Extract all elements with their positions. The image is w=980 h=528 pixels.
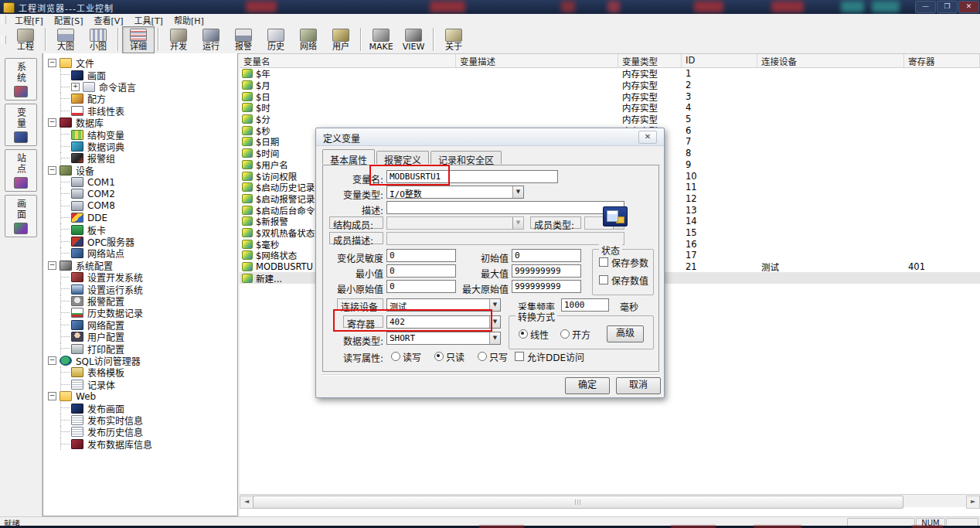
min-raw-input[interactable] (386, 280, 456, 293)
save-param-checkbox[interactable] (599, 257, 608, 267)
column-header[interactable]: 连接设备 (757, 54, 904, 67)
expander-minus-icon[interactable]: − (48, 261, 56, 270)
read-only-radio[interactable] (434, 352, 444, 361)
close-button[interactable]: ✕ (958, 1, 979, 13)
column-header[interactable]: 变量描述 (456, 54, 618, 67)
table-row[interactable]: $日内存实型3 (240, 90, 980, 102)
struct-member-select[interactable]: ▼ (386, 216, 524, 230)
tree-item-sql-manager[interactable]: −SQL访问管理器 (43, 355, 237, 366)
toolbar-button-alarm[interactable]: 报警 (227, 26, 260, 53)
side-tab-variables[interactable]: 变量 (5, 104, 37, 146)
tree-item-board-card[interactable]: 板卡 (43, 223, 237, 235)
tree-item-nonlinear-table[interactable]: 非线性表 (43, 105, 237, 117)
chevron-down-icon[interactable]: ▼ (489, 299, 500, 311)
tree-item-run-system-config[interactable]: 设置运行系统 (43, 283, 237, 295)
tree-item-opc-server[interactable]: OPC服务器 (43, 236, 237, 247)
maximize-button[interactable]: ❐ (937, 1, 958, 13)
tree-item-file[interactable]: −文件 (43, 57, 237, 69)
column-header[interactable]: ID (682, 54, 757, 67)
max-raw-input[interactable] (512, 280, 581, 293)
chevron-down-icon[interactable]: ▼ (489, 316, 500, 328)
table-row[interactable]: $时内存实型4 (240, 102, 980, 114)
register-select[interactable]: 402▼ (386, 315, 501, 329)
tree-item-recipe[interactable]: 配方 (43, 93, 237, 104)
toolbar-button-about[interactable]: 关于 (437, 26, 470, 53)
sqrt-radio[interactable] (560, 329, 570, 339)
tree-item-command-language[interactable]: +命令语言 (43, 81, 237, 93)
tree-item-publish-database[interactable]: 发布数据库信息 (43, 438, 237, 450)
tree-item-device[interactable]: −设备 (43, 165, 237, 176)
tree-item-com8[interactable]: COM8 (43, 200, 237, 212)
tree-item-struct-variable[interactable]: 结构变量 (43, 128, 237, 140)
dde-access-checkbox[interactable] (515, 352, 524, 361)
tree-item-com1[interactable]: COM1 (43, 176, 237, 188)
tree-item-web[interactable]: −Web (43, 390, 237, 402)
tree-item-net-station[interactable]: 网络站点 (43, 247, 237, 259)
advanced-button[interactable]: 高级 (607, 325, 644, 342)
toolbar-button-details[interactable]: 详细 (122, 26, 155, 53)
menu-tools[interactable]: 工具[T] (129, 14, 168, 26)
max-input[interactable] (512, 264, 581, 278)
toolbar-button-view[interactable]: VIEW (397, 26, 430, 53)
dialog-title-bar[interactable]: 定义变量 ✕ (316, 128, 664, 146)
horizontal-scrollbar[interactable]: ◄ ► (240, 494, 980, 507)
table-row[interactable]: $年内存实型1 (240, 68, 980, 80)
toolbar-button-develop[interactable]: 开发 (162, 26, 195, 53)
side-tab-system[interactable]: 系统 (5, 58, 37, 100)
tree-item-screens[interactable]: 画面 (43, 69, 237, 80)
freq-input[interactable] (561, 298, 609, 312)
table-row[interactable]: $分内存实型5 (240, 114, 980, 125)
menu-project[interactable]: 工程[F] (9, 14, 49, 26)
expander-minus-icon[interactable]: − (48, 118, 56, 127)
cancel-button[interactable]: 取消 (616, 377, 661, 394)
tree-item-dde[interactable]: DDE (43, 212, 237, 223)
column-header[interactable]: 变量类型 (618, 54, 682, 67)
expander-minus-icon[interactable]: − (48, 392, 56, 400)
ok-button[interactable]: 确定 (565, 377, 610, 394)
device-label[interactable]: 连接设备 (337, 298, 383, 311)
sensitivity-input[interactable] (386, 249, 456, 262)
tree-item-publish-screen[interactable]: 发布画面 (43, 402, 237, 414)
tree-item-dev-system-config[interactable]: 设置开发系统 (43, 271, 237, 283)
column-header[interactable]: 寄存器 (904, 54, 980, 67)
tree-item-database[interactable]: −数据库 (43, 117, 237, 128)
tree-item-system-config[interactable]: −系统配置 (43, 260, 237, 271)
var-type-select[interactable]: I/O整数▼ (386, 186, 524, 199)
tree-item-history-record[interactable]: 历史数据记录 (43, 307, 237, 319)
menu-config[interactable]: 配置[S] (49, 14, 89, 26)
expander-plus-icon[interactable]: + (71, 83, 80, 91)
menu-help[interactable]: 帮助[H] (168, 14, 209, 26)
scroll-right-icon[interactable]: ► (966, 496, 980, 509)
toolbar-button-small-icons[interactable]: 小图 (82, 26, 114, 53)
dialog-tab-3[interactable]: 记录和安全区 (430, 151, 502, 164)
tree-item-table-template[interactable]: 表格模板 (43, 366, 237, 378)
toolbar-grip[interactable] (2, 15, 6, 24)
expander-minus-icon[interactable]: − (48, 166, 56, 175)
init-value-input[interactable] (512, 249, 581, 262)
toolbar-button-large-icons[interactable]: 大图 (49, 26, 82, 53)
desc-input[interactable] (386, 201, 624, 214)
toolbar-button-network[interactable]: 网络 (292, 26, 325, 53)
tree-item-record-body[interactable]: 记录体 (43, 379, 237, 390)
side-tab-stations[interactable]: 站点 (5, 149, 37, 192)
datatype-select[interactable]: SHORT▼ (386, 332, 501, 345)
linear-radio[interactable] (519, 329, 528, 339)
expander-minus-icon[interactable]: − (48, 356, 56, 365)
tree-item-publish-history[interactable]: 发布历史信息 (43, 426, 237, 438)
toolbar-button-make[interactable]: MAKE (365, 26, 397, 53)
tree-item-network-config[interactable]: 网络配置 (43, 319, 237, 331)
scrollbar-thumb[interactable] (253, 496, 903, 509)
chevron-down-icon[interactable]: ▼ (489, 332, 500, 344)
read-write-radio[interactable] (391, 352, 400, 361)
chevron-down-icon[interactable]: ▼ (512, 186, 523, 198)
toolbar-grip[interactable] (2, 36, 6, 44)
side-tab-screens[interactable]: 画面 (5, 195, 37, 237)
toolbar-button-run[interactable]: 运行 (195, 26, 227, 53)
tree-item-data-dictionary[interactable]: 数据词典 (43, 141, 237, 152)
register-label[interactable]: 寄存器 (343, 315, 383, 328)
write-only-radio[interactable] (478, 352, 487, 361)
toolbar-button-project[interactable]: 工程 (9, 26, 42, 53)
tree-item-alarm-group[interactable]: 报警组 (43, 152, 237, 164)
tree-item-user-config[interactable]: 用户配置 (43, 331, 237, 342)
scroll-left-icon[interactable]: ◄ (240, 496, 254, 509)
